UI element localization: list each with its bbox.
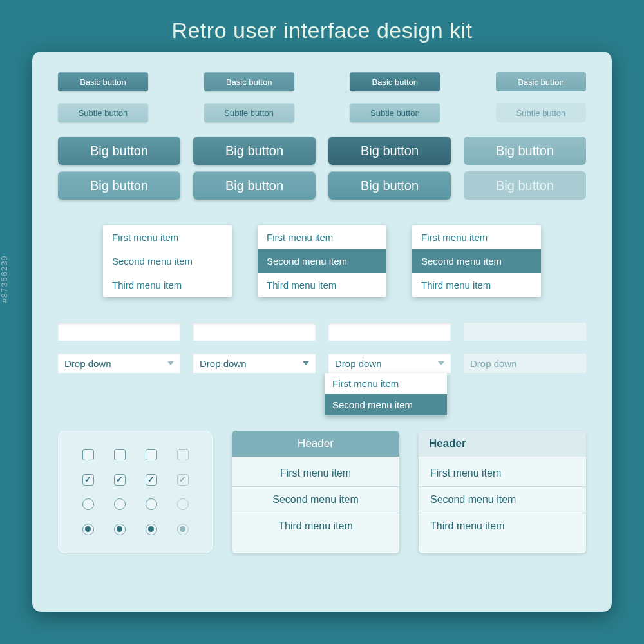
menu-item-selected[interactable]: Second menu item (258, 249, 386, 273)
dropdown-label: Drop down (335, 358, 382, 369)
subtle-button[interactable]: Subtle button (204, 103, 294, 122)
subtle-button-disabled: Subtle button (496, 103, 586, 122)
checkbox-checked[interactable]: ✓ (82, 474, 94, 486)
checkbox-checked[interactable]: ✓ (146, 474, 157, 486)
dropdown-label: Drop down (200, 358, 247, 369)
menu-item[interactable]: First menu item (258, 225, 386, 249)
menu-item[interactable]: First menu item (103, 225, 232, 249)
radio-selected[interactable] (114, 524, 126, 535)
text-input-disabled (464, 323, 586, 341)
menu: First menu item Second menu item Third m… (103, 225, 232, 297)
dropdown-label: Drop down (470, 358, 517, 369)
subtle-button[interactable]: Subtle button (350, 103, 440, 122)
text-input[interactable] (58, 323, 180, 341)
chevron-down-icon (167, 361, 174, 365)
checkbox[interactable] (146, 449, 157, 460)
menu-item[interactable]: Third menu item (258, 273, 386, 297)
subtle-button[interactable]: Subtle button (58, 103, 148, 122)
radio-selected[interactable] (146, 524, 157, 535)
card-item[interactable]: Third menu item (419, 513, 586, 539)
big-button[interactable]: Big button (328, 171, 451, 200)
dropdown[interactable]: Drop down (58, 354, 180, 373)
menu: First menu item Second menu item Third m… (412, 225, 541, 297)
big-button[interactable]: Big button (193, 171, 316, 200)
dropdown[interactable]: Drop down (193, 354, 316, 373)
menu-item[interactable]: First menu item (412, 225, 541, 249)
menu-item-selected[interactable]: Second menu item (412, 249, 541, 273)
card: Header First menu item Second menu item … (232, 431, 399, 553)
radio[interactable] (146, 498, 157, 510)
card-item[interactable]: First menu item (232, 460, 399, 487)
card-item[interactable]: First menu item (419, 460, 586, 487)
checkbox-disabled (177, 449, 189, 460)
menu: First menu item Second menu item Third m… (258, 225, 386, 297)
big-button[interactable]: Big button (328, 137, 451, 165)
big-button[interactable]: Big button (193, 137, 316, 165)
big-button-disabled: Big button (464, 171, 586, 200)
menu-item[interactable]: Third menu item (103, 273, 232, 297)
dropdown-open[interactable]: Drop down (328, 354, 451, 373)
card-header: Header (419, 431, 586, 457)
radio[interactable] (82, 498, 94, 510)
basic-button[interactable]: Basic button (58, 72, 148, 91)
basic-button-disabled: Basic button (496, 72, 586, 91)
big-button[interactable]: Big button (58, 137, 180, 165)
watermark: #87356239 (0, 255, 9, 303)
kit-panel: Basic button Basic button Basic button B… (32, 52, 612, 612)
dropdown-list: First menu item Second menu item (325, 373, 447, 415)
checkbox-checked[interactable]: ✓ (114, 474, 126, 486)
dropdown-option-selected[interactable]: Second menu item (325, 394, 447, 415)
checkbox[interactable] (114, 449, 126, 460)
text-input[interactable] (193, 323, 316, 341)
radio-disabled (177, 498, 189, 510)
checkbox-checked-disabled: ✓ (177, 474, 189, 486)
radio-selected-disabled (177, 524, 189, 535)
text-input[interactable] (328, 323, 451, 341)
card-item[interactable]: Third menu item (232, 513, 399, 539)
menu-item[interactable]: Second menu item (103, 249, 232, 273)
dropdown-label: Drop down (64, 358, 111, 369)
chevron-down-icon (438, 361, 444, 365)
menu-item[interactable]: Third menu item (412, 273, 541, 297)
dropdown-disabled: Drop down (464, 354, 586, 373)
radio[interactable] (114, 498, 126, 510)
basic-button[interactable]: Basic button (204, 72, 294, 91)
chevron-down-icon (303, 361, 309, 365)
checkbox[interactable] (82, 449, 94, 460)
page-title: Retro user interface design kit (0, 0, 644, 43)
card: Header First menu item Second menu item … (419, 431, 586, 553)
card-item[interactable]: Second menu item (232, 487, 399, 513)
radio-selected[interactable] (82, 524, 94, 535)
big-button[interactable]: Big button (58, 171, 180, 200)
card-item[interactable]: Second menu item (419, 487, 586, 513)
big-button-disabled: Big button (464, 137, 586, 165)
dropdown-option[interactable]: First menu item (325, 373, 447, 394)
card-header: Header (232, 431, 399, 457)
basic-button[interactable]: Basic button (350, 72, 440, 91)
controls-panel: ✓ ✓ ✓ ✓ (58, 431, 213, 553)
